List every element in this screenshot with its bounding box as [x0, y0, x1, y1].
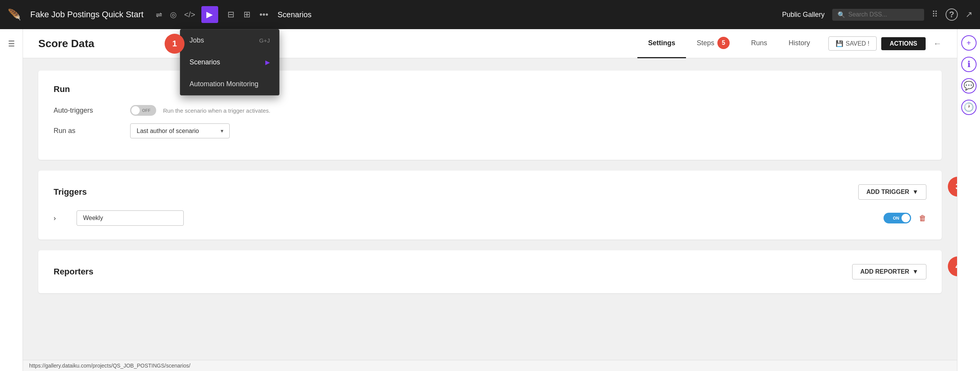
public-gallery-button[interactable]: Public Gallery — [782, 11, 825, 19]
tab-history[interactable]: History — [778, 29, 821, 58]
dropdown-item-automation[interactable]: Automation Monitoring — [180, 73, 279, 95]
scenarios-arrow: ▶ — [265, 59, 270, 66]
header-actions: 💾 SAVED ! ACTIONS ← — [828, 36, 942, 51]
page-header: Score Data Settings Steps 5 Runs History — [23, 29, 957, 58]
triggers-header: Triggers ADD TRIGGER ▼ — [54, 184, 926, 200]
trigger-delete-icon[interactable]: 🗑 — [919, 214, 926, 223]
auto-triggers-row: Auto-triggers OFF Run the scenario when … — [54, 105, 926, 116]
nav-icon-more[interactable]: ••• — [260, 10, 268, 20]
run-as-row: Run as Last author of scenario Specific … — [54, 123, 926, 138]
tab-settings-label: Settings — [648, 39, 675, 47]
tab-history-label: History — [789, 39, 810, 47]
page-content: Score Data Settings Steps 5 Runs History — [23, 29, 957, 371]
nav-right: Public Gallery 🔍 ⠿ ? ↗ — [782, 8, 972, 21]
external-link-icon[interactable]: ↗ — [965, 10, 972, 20]
annotation-badge-3: 3 — [948, 177, 957, 197]
saved-button[interactable]: 💾 SAVED ! — [828, 36, 877, 51]
add-trigger-dropdown-icon: ▼ — [912, 189, 918, 195]
add-trigger-label: ADD TRIGGER — [866, 189, 909, 195]
nav-icons: ⇌ ◎ </> — [156, 10, 195, 19]
reporters-title: Reporters — [54, 267, 852, 277]
content-area: Run Auto-triggers OFF Run the scenario w… — [23, 58, 957, 360]
app-logo: 🪶 — [8, 8, 21, 21]
add-reporter-button[interactable]: ADD REPORTER ▼ — [852, 264, 926, 279]
trigger-expand-icon[interactable]: › — [54, 214, 69, 222]
sidebar-hamburger-icon[interactable]: ☰ — [3, 35, 20, 52]
target-icon[interactable]: ◎ — [170, 10, 176, 19]
toggle-on-label: ON — [893, 216, 900, 220]
search-bar: 🔍 — [832, 9, 924, 21]
run-card: Run Auto-triggers OFF Run the scenario w… — [38, 71, 942, 160]
tab-steps[interactable]: Steps 5 — [686, 29, 740, 58]
scenarios-label: Scenarios — [189, 58, 220, 66]
toggle-on-knob — [902, 214, 910, 222]
actions-button[interactable]: ACTIONS — [881, 37, 926, 50]
scenarios-dropdown: Jobs G+J Scenarios ▶ Automation Monitori… — [180, 29, 279, 95]
reporters-card: Reporters ADD REPORTER ▼ 4 — [38, 250, 942, 293]
top-navigation: 🪶 Fake Job Postings Quick Start ⇌ ◎ </> … — [0, 0, 980, 29]
toggle-knob — [131, 106, 140, 115]
add-reporter-label: ADD REPORTER — [860, 268, 909, 275]
code-icon[interactable]: </> — [184, 10, 195, 19]
dropdown-item-scenarios[interactable]: Scenarios ▶ — [180, 51, 279, 73]
back-arrow-icon[interactable]: ← — [933, 39, 942, 49]
page-title: Score Data — [38, 38, 637, 50]
run-icon[interactable]: ▶ — [201, 6, 218, 23]
save-icon: 💾 — [836, 40, 843, 47]
project-title[interactable]: Fake Job Postings Quick Start — [30, 10, 144, 20]
right-sidebar-plus-icon[interactable]: + — [961, 35, 977, 51]
main-layout: ☰ Score Data Settings Steps 5 Runs — [0, 29, 980, 371]
right-sidebar-chat-icon[interactable]: 💬 — [961, 78, 977, 94]
right-sidebar: + ℹ 💬 🕐 — [957, 29, 980, 371]
trigger-name: Weekly — [77, 210, 184, 226]
tab-runs-label: Runs — [751, 39, 767, 47]
search-icon: 🔍 — [838, 11, 845, 18]
left-sidebar: ☰ — [0, 29, 23, 371]
share-icon[interactable]: ⇌ — [156, 10, 162, 19]
nav-icon-grid[interactable]: ⊞ — [243, 10, 250, 20]
triggers-card: Triggers ADD TRIGGER ▼ › Weekly ON — [38, 171, 942, 240]
status-bar: https://gallery.dataiku.com/projects/QS_… — [23, 360, 957, 371]
auto-triggers-toggle[interactable]: OFF — [130, 105, 156, 116]
saved-label: SAVED ! — [846, 40, 869, 47]
automation-label: Automation Monitoring — [189, 80, 258, 88]
tab-settings[interactable]: Settings — [637, 29, 686, 58]
grid-apps-icon[interactable]: ⠿ — [932, 10, 938, 20]
steps-count-badge: 5 — [717, 37, 730, 49]
dropdown-item-jobs[interactable]: Jobs G+J — [180, 30, 279, 51]
reporters-header: Reporters ADD REPORTER ▼ — [54, 264, 926, 279]
jobs-shortcut: G+J — [259, 37, 270, 44]
annotation-badge-1: 1 — [165, 34, 185, 54]
auto-triggers-description: Run the scenario when a trigger activate… — [163, 107, 270, 114]
triggers-title: Triggers — [54, 187, 858, 197]
jobs-label: Jobs — [189, 36, 204, 44]
toggle-off-label: OFF — [142, 108, 150, 113]
run-as-label: Run as — [54, 127, 130, 135]
search-input[interactable] — [848, 11, 919, 18]
scenarios-nav-label: Scenarios — [278, 10, 312, 19]
annotation-badge-4: 4 — [948, 256, 957, 276]
run-as-dropdown[interactable]: Last author of scenario Specific user — [130, 123, 230, 138]
page-tabs: Settings Steps 5 Runs History — [637, 29, 821, 58]
right-sidebar-clock-icon[interactable]: 🕐 — [961, 100, 977, 115]
tab-runs[interactable]: Runs — [740, 29, 778, 58]
right-sidebar-info-icon[interactable]: ℹ — [961, 57, 977, 72]
trigger-toggle-on[interactable]: ON — [884, 213, 911, 223]
run-as-select-wrapper: Last author of scenario Specific user — [130, 123, 230, 138]
help-icon[interactable]: ? — [946, 8, 958, 21]
nav-icon-table[interactable]: ⊟ — [227, 10, 234, 20]
trigger-name-text: Weekly — [83, 215, 103, 221]
add-trigger-button[interactable]: ADD TRIGGER ▼ — [858, 184, 926, 200]
auto-triggers-label: Auto-triggers — [54, 107, 130, 115]
trigger-row-weekly: › Weekly ON 🗑 — [54, 210, 926, 226]
status-url: https://gallery.dataiku.com/projects/QS_… — [29, 363, 190, 369]
tab-steps-label: Steps — [697, 39, 714, 47]
add-reporter-dropdown-icon: ▼ — [912, 268, 918, 275]
